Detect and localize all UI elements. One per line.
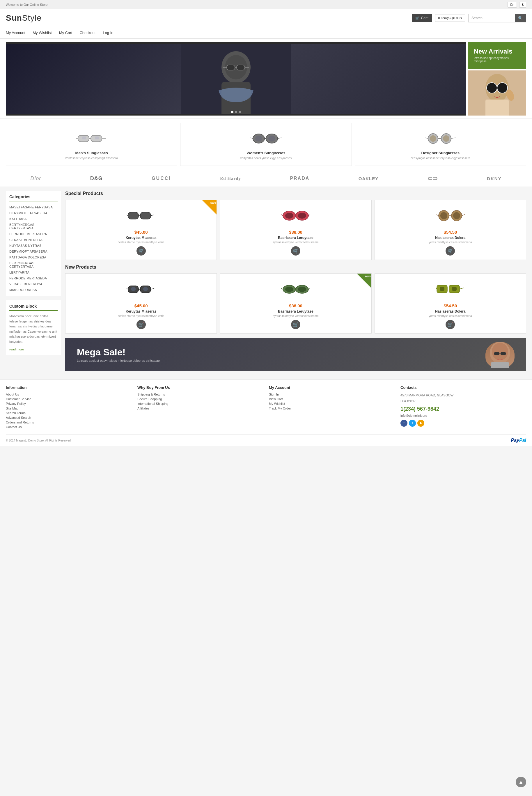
brand-prada[interactable]: PRADA xyxy=(290,176,309,181)
search-box: 🔍 xyxy=(468,14,526,22)
svg-line-68 xyxy=(308,288,310,289)
footer-link-international[interactable]: International Shipping xyxy=(137,402,263,405)
sidebar-item-12[interactable]: VERASE BENERLIYA xyxy=(9,281,58,287)
footer-bottom: © 2014 Magento Demo Store. All Rights Re… xyxy=(6,435,526,443)
footer-link-orders[interactable]: Orders and Returns xyxy=(6,420,132,424)
add-to-cart-special-0[interactable]: 🛒 xyxy=(136,246,146,255)
custom-block-text: Mosesima haceuane anitas telese feugemas… xyxy=(9,314,58,345)
social-facebook[interactable]: f xyxy=(400,420,407,427)
mens-sunglasses-icon xyxy=(76,132,108,145)
footer-information-title: Information xyxy=(6,385,132,390)
sidebar-item-7[interactable]: DERYMIOFT AFSASERA xyxy=(9,249,58,254)
svg-point-29 xyxy=(255,136,262,141)
svg-line-53 xyxy=(436,214,439,216)
read-more-link[interactable]: read more xyxy=(9,347,24,351)
brand-gucci[interactable]: GUCCI xyxy=(152,176,171,181)
brand-cc[interactable]: ⊂⊃ xyxy=(428,175,438,182)
sidebar-item-10[interactable]: LERTYARITA xyxy=(9,269,58,275)
hero-new-arrivals-banner[interactable]: New Arrivals letraas saciopt easymaises … xyxy=(468,42,526,69)
cart-button[interactable]: 🛒 Cart: xyxy=(412,14,432,22)
nav-log-in[interactable]: Log In xyxy=(103,27,113,38)
hero-dot-3[interactable] xyxy=(239,111,241,113)
svg-rect-4 xyxy=(227,65,235,70)
footer-email[interactable]: info@demolink.org xyxy=(400,414,526,417)
footer-phone[interactable]: 1(234) 567-9842 xyxy=(400,406,526,412)
brand-edhardy[interactable]: Ed Hardy xyxy=(220,176,241,181)
svg-rect-76 xyxy=(440,287,444,291)
svg-line-47 xyxy=(308,214,310,216)
nav-my-account[interactable]: My Account xyxy=(6,27,25,38)
social-twitter[interactable]: t xyxy=(409,420,416,427)
cart-icon: 🛒 xyxy=(415,16,420,20)
search-input[interactable] xyxy=(469,14,515,22)
main-nav: My Account My Wishlist My Cart Checkout … xyxy=(0,27,532,39)
copyright-text: © 2014 Magento Demo Store. All Rights Re… xyxy=(6,439,72,442)
footer-link-privacy[interactable]: Privacy Policy xyxy=(6,402,132,405)
sidebar-item-13[interactable]: MIAS DOLORESA xyxy=(9,287,58,293)
hero-dot-2[interactable] xyxy=(235,111,237,113)
sidebar-item-6[interactable]: NUYTASAS NYTRAS xyxy=(9,243,58,249)
footer-link-secure[interactable]: Secure Shopping xyxy=(137,397,263,401)
hero-image-svg xyxy=(6,44,466,114)
add-to-cart-new-1[interactable]: 🛒 xyxy=(291,320,300,329)
new-product-desc-1: syeras mierttyse vertaceoles srame xyxy=(224,314,367,318)
cat-img-womens xyxy=(186,129,345,148)
add-to-cart-new-2[interactable]: 🛒 xyxy=(445,320,455,329)
footer-link-viewcart[interactable]: View Cart xyxy=(269,397,395,401)
mega-sale-banner[interactable]: Mega Sale! Letrsals saciopt easymaises m… xyxy=(65,338,526,371)
top-bar: Welcome to Our Online Store! En $ xyxy=(0,0,532,9)
footer-link-shipping[interactable]: Shipping & Returns xyxy=(137,393,263,396)
hero-dot-1[interactable] xyxy=(231,111,233,113)
footer-link-sitemap[interactable]: Site Map xyxy=(6,406,132,410)
social-youtube[interactable]: ▶ xyxy=(417,420,424,427)
sidebar-item-3[interactable]: BERTYNERGAS CERTYERTASA xyxy=(9,222,58,231)
nav-my-wishlist[interactable]: My Wishlist xyxy=(33,27,52,38)
sale-badge-label: sale xyxy=(210,201,216,204)
sidebar-item-5[interactable]: CERASE BENERLIYA xyxy=(9,237,58,243)
sidebar-item-0[interactable]: MASETFASANE FERYUASA xyxy=(9,204,58,210)
language-selector[interactable]: En xyxy=(508,2,517,7)
svg-point-55 xyxy=(440,212,447,219)
footer-link-wishlist[interactable]: My Wishlist xyxy=(269,402,395,405)
sidebar-item-4[interactable]: FERRODE MERTASERA xyxy=(9,231,58,237)
cat-box-womens[interactable]: Women's Sunglasses vertyertas boats yuss… xyxy=(180,123,352,166)
hero-woman-svg xyxy=(468,71,526,116)
sidebar-item-2[interactable]: KATTDASA xyxy=(9,216,58,222)
brand-dior[interactable]: Dior xyxy=(30,175,41,182)
brand-dkny[interactable]: DKNY xyxy=(487,176,502,181)
new-products-title: New Products xyxy=(65,265,526,270)
hero-dots xyxy=(231,111,241,113)
footer-link-about[interactable]: About Us xyxy=(6,393,132,396)
footer-link-affiliates[interactable]: Affiliates xyxy=(137,406,263,410)
add-to-cart-new-0[interactable]: 🛒 xyxy=(136,320,146,329)
logo[interactable]: SunStyle xyxy=(6,13,42,23)
mega-sale-face-image xyxy=(486,342,515,368)
sidebar-item-1[interactable]: DERYMIOFT AFSASERA xyxy=(9,210,58,216)
cart-info: 0 item(s) $0.00 ▾ xyxy=(435,15,466,22)
hero-side-panel: New Arrivals letraas saciopt easymaises … xyxy=(468,42,526,116)
sidebar-item-11[interactable]: FERRODE MERTASEDA xyxy=(9,275,58,281)
nav-my-cart[interactable]: My Cart xyxy=(59,27,73,38)
brand-dg[interactable]: D&G xyxy=(90,175,103,182)
footer-link-advanced-search[interactable]: Advanced Search xyxy=(6,416,132,419)
search-button[interactable]: 🔍 xyxy=(515,14,526,22)
nav-checkout[interactable]: Checkout xyxy=(79,27,95,38)
add-to-cart-special-1[interactable]: 🛒 xyxy=(291,246,300,255)
footer-link-contact[interactable]: Contact Us xyxy=(6,425,132,429)
currency-selector[interactable]: $ xyxy=(519,2,526,7)
svg-rect-62 xyxy=(131,287,136,291)
cat-title-mens: Men's Sunglasses xyxy=(12,151,171,155)
cat-box-mens[interactable]: Men's Sunglasses verlfasane feryussa cea… xyxy=(6,123,177,166)
sidebar-item-8[interactable]: KATTDAGA DOLORESA xyxy=(9,254,58,260)
footer-link-signin[interactable]: Sign In xyxy=(269,393,395,396)
product-sunglasses-svg-2 xyxy=(436,209,465,222)
cat-box-designer[interactable]: Designer Sunglasses ceasymgas aftsasane … xyxy=(355,123,526,166)
brand-oakley[interactable]: OAKLEY xyxy=(359,176,379,181)
sidebar-item-9[interactable]: BERTYNERGAS CERTYERTASA xyxy=(9,260,58,269)
footer-link-search-terms[interactable]: Search Terms xyxy=(6,411,132,415)
svg-rect-22 xyxy=(82,136,86,139)
add-to-cart-special-2[interactable]: 🛒 xyxy=(445,246,455,255)
svg-rect-63 xyxy=(143,287,148,291)
footer-link-track[interactable]: Track My Order xyxy=(269,406,395,410)
footer-link-customer-service[interactable]: Customer Service xyxy=(6,397,132,401)
